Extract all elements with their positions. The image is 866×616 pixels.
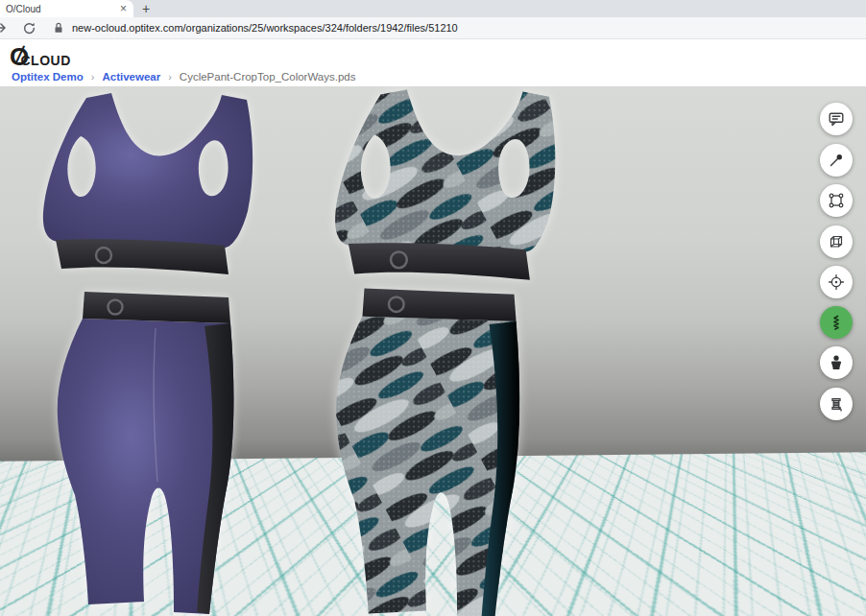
cube-3d-icon (827, 232, 846, 251)
browser-toolbar: new-ocloud.optitex.com/organizations/25/… (0, 17, 866, 39)
stitch-zigzag-icon (827, 313, 846, 332)
focus-target-tool-button[interactable] (820, 266, 853, 298)
forward-icon[interactable] (0, 20, 9, 36)
transform-tool-button[interactable] (820, 184, 853, 217)
viewport-3d[interactable] (0, 86, 866, 616)
thread-spool-tool-button[interactable] (820, 388, 853, 420)
tab-title: O/Cloud (6, 4, 118, 14)
lock-icon[interactable] (52, 21, 65, 35)
logo-text: CLOUD (20, 54, 70, 67)
focus-target-icon (827, 272, 846, 292)
garment-cycle-pants-camo[interactable] (336, 289, 519, 616)
browser-tab-strip: O/Cloud × + (0, 0, 866, 17)
breadcrumb-separator: › (91, 71, 95, 83)
comment-bubble-icon (827, 109, 846, 129)
app-header: O / CLOUD Optitex Demo › Activewear › Cy… (0, 39, 866, 86)
new-tab-button[interactable]: + (133, 0, 158, 17)
browser-tab[interactable]: O/Cloud × (0, 0, 133, 17)
mannequin-tool-button[interactable] (820, 346, 853, 379)
breadcrumb-folder[interactable]: Activewear (102, 71, 160, 83)
comment-tool-button[interactable] (820, 103, 853, 135)
pin-tool-button[interactable] (820, 144, 853, 177)
breadcrumb-separator: › (168, 71, 172, 83)
cube-3d-tool-button[interactable] (820, 225, 853, 258)
breadcrumb-file: CyclePant-CropTop_ColorWays.pds (180, 71, 356, 83)
transform-frame-icon (827, 191, 846, 210)
pin-icon (827, 151, 846, 170)
mannequin-icon (827, 353, 846, 372)
garment-crop-top-purple[interactable] (43, 93, 253, 274)
tab-close-icon[interactable]: × (118, 3, 129, 14)
thread-spool-icon (827, 394, 846, 414)
breadcrumb-workspace[interactable]: Optitex Demo (12, 71, 84, 83)
garment-cycle-pants-purple[interactable] (58, 292, 234, 614)
breadcrumb: Optitex Demo › Activewear › CyclePant-Cr… (12, 71, 356, 83)
garment-layer (0, 86, 866, 616)
ocloud-logo: O / CLOUD (10, 42, 71, 69)
address-url[interactable]: new-ocloud.optitex.com/organizations/25/… (72, 22, 458, 34)
reload-icon[interactable] (22, 21, 36, 36)
app-window: O/Cloud × + new-ocloud.optitex.com/organ… (0, 0, 866, 616)
stitch-tool-button-active[interactable] (820, 306, 853, 339)
garment-crop-top-camo[interactable] (335, 89, 555, 279)
